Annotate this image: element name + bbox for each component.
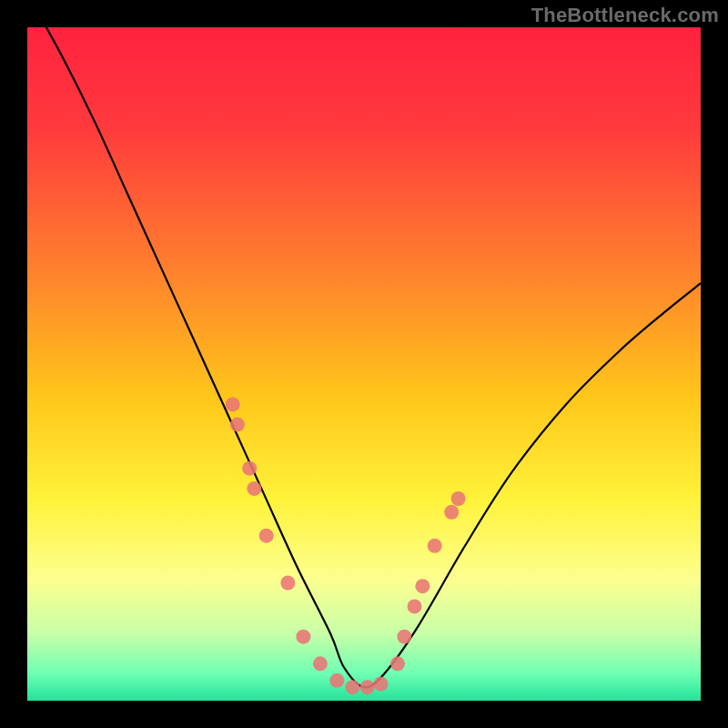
- data-marker: [415, 579, 430, 593]
- data-marker: [259, 529, 274, 543]
- data-marker: [247, 481, 261, 496]
- data-marker: [390, 656, 405, 671]
- data-marker: [345, 680, 359, 694]
- data-marker: [313, 656, 328, 671]
- chart-svg: [27, 27, 701, 701]
- data-marker: [329, 673, 344, 688]
- data-marker: [444, 505, 459, 520]
- data-marker: [280, 576, 295, 591]
- data-marker: [451, 491, 466, 506]
- data-marker: [242, 461, 257, 476]
- chart-frame: TheBottleneck.com: [0, 0, 728, 728]
- data-marker: [360, 680, 375, 694]
- data-marker: [397, 630, 411, 644]
- bottleneck-curve-line: [27, 27, 701, 687]
- data-marker: [408, 599, 422, 613]
- data-marker: [374, 677, 389, 692]
- watermark-text: TheBottleneck.com: [531, 4, 719, 27]
- data-marker: [230, 418, 245, 432]
- data-marker: [226, 397, 240, 411]
- data-marker: [428, 539, 442, 553]
- data-marker: [296, 630, 310, 644]
- plot-area: [27, 27, 701, 701]
- marker-layer: [226, 397, 466, 694]
